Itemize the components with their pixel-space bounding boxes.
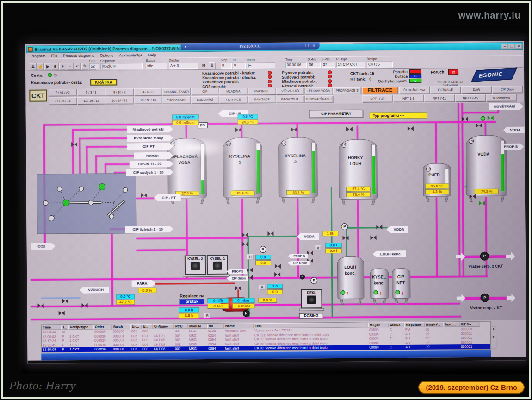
valve-icon[interactable]: [275, 264, 281, 269]
menu-item-file[interactable]: File: [49, 53, 60, 58]
valve-icon[interactable]: [470, 194, 476, 199]
pump-icon[interactable]: P: [243, 310, 250, 317]
setpoint-value[interactable]: 0.0 °C: [116, 294, 135, 299]
valve-icon[interactable]: [346, 127, 353, 132]
column-header[interactable]: No: [207, 324, 224, 329]
flow-arrow-cip-lich-ch-1-10[interactable]: CIP lichých 1 - 10: [125, 226, 173, 233]
actual-value[interactable]: 0.0: [267, 289, 283, 294]
column-header[interactable]: MsgClass: [404, 322, 425, 327]
tank-value[interactable]: 85.6 %: [231, 190, 255, 195]
valve-icon[interactable]: [59, 311, 65, 316]
toolbar-field-rtype[interactable]: 14 CIP CKT: [336, 62, 365, 68]
valve-icon[interactable]: [141, 193, 147, 198]
valve-icon[interactable]: [479, 201, 485, 206]
valve-icon[interactable]: [38, 304, 44, 309]
nav-propagace[interactable]: PROPAGACE: [162, 96, 190, 103]
actual-value[interactable]: -3 mbar: [233, 303, 255, 308]
setpoint-value[interactable]: 0.0 mS/cm: [172, 114, 199, 119]
pump-icon[interactable]: P: [480, 252, 489, 261]
actual-value[interactable]: 24.6 °C: [238, 119, 258, 125]
window-buttons[interactable]: ─❐✕: [502, 44, 522, 49]
valve-icon[interactable]: [376, 225, 382, 230]
toolbar-field-ono[interactable]: 36: [308, 62, 321, 68]
column-header[interactable]: Status: [389, 322, 404, 327]
valve-icon[interactable]: [235, 286, 241, 291]
nav-propagace-s[interactable]: PROPAGACE S: [333, 87, 361, 94]
nav-9-10-2[interactable]: 9 / 10 / 2: [105, 88, 133, 95]
column-header[interactable]: PCU: [174, 324, 188, 329]
valve-icon[interactable]: [267, 231, 273, 237]
nav-16-22-18[interactable]: 16 / 22 / 18: [134, 97, 162, 104]
nav-kvasnic-tanky[interactable]: KVASNIC. TANKY: [162, 88, 190, 95]
column-header[interactable]: U...: [142, 324, 153, 329]
nav-11-19-12[interactable]: 11 / 19 / 12: [77, 97, 105, 104]
nav-npt-12-15[interactable]: NPT 12-15: [455, 94, 485, 101]
valve-icon[interactable]: [408, 126, 414, 131]
valve-icon[interactable]: [242, 242, 248, 247]
setpoint-value[interactable]: 0 hl/h: [207, 298, 229, 303]
actual-value[interactable]: 0.0 %: [138, 288, 156, 293]
reset-button[interactable]: R: [315, 245, 321, 250]
flow-arrow-voda[interactable]: VODA: [297, 233, 319, 240]
column-header[interactable]: Un...: [130, 324, 142, 329]
valve-icon[interactable]: [235, 128, 241, 133]
pin-icon[interactable]: ▾: [185, 44, 186, 49]
nav-7-a1-a2[interactable]: 7 / A1 / A2: [49, 89, 76, 96]
column-header[interactable]: T...: [61, 325, 68, 330]
flow-arrow-p-ra[interactable]: PÁRA: [131, 280, 155, 287]
flow-arrow-prop-s[interactable]: PROP S: [501, 143, 524, 150]
nav-filtrace-active[interactable]: FILTRACE: [362, 87, 397, 94]
flow-arrow-cip-pt[interactable]: CIP - PT: [154, 194, 181, 201]
rdp-connection-bar[interactable]: ▾ 192.168.0.31 ─ ❐ ✕: [181, 42, 320, 50]
flow-arrow-cip-sud-ch-1-10[interactable]: CIP sudých 1 - 10: [126, 169, 173, 176]
pump-icon[interactable]: P: [260, 246, 266, 253]
tank-value[interactable]: 4.2 %: [425, 189, 449, 194]
nav--erp-n-piva[interactable]: ČERPÁNÍ PIVA: [399, 87, 429, 94]
nav-autocisterna[interactable]: Autocisterna: [486, 94, 516, 101]
valve-icon[interactable]: [62, 299, 68, 304]
column-header[interactable]: MsgID: [368, 322, 389, 327]
menu-item-options[interactable]: Options: [98, 53, 116, 57]
toolbar-button-6[interactable]: ↶: [74, 63, 81, 70]
flow-arrow-voda[interactable]: VODA: [386, 226, 408, 233]
nav-kvasnice[interactable]: KVASNICE: [248, 88, 276, 94]
tank-value[interactable]: 25.0 °C: [425, 183, 449, 188]
toolbar-button-4[interactable]: +: [59, 63, 66, 70]
column-header[interactable]: Name: [224, 323, 254, 328]
flow-arrow-louh-konc-[interactable]: LOUH konc.: [373, 250, 406, 258]
flow-arrow-cip-orion[interactable]: CIP Orion: [226, 275, 248, 281]
actual-value[interactable]: -1 hl/h: [208, 304, 229, 309]
reset-button[interactable]: R: [204, 313, 210, 318]
nav-mladina[interactable]: MLADINA: [219, 88, 247, 94]
setpoint-value[interactable]: 0.0: [255, 255, 271, 260]
actual-value[interactable]: 0.0 l: [325, 248, 342, 253]
kratka-badge[interactable]: KRÁTKÁ: [90, 79, 117, 85]
nav-4-6-8[interactable]: 4 / 6 / 8: [134, 88, 162, 95]
toolbar-field-step[interactable]: 0: [221, 62, 232, 69]
actual-value[interactable]: 47.2 °C: [116, 300, 135, 305]
column-header[interactable]: Text_...: [443, 322, 460, 327]
setpoint-value[interactable]: 0.0 °C: [238, 114, 258, 119]
actual-value[interactable]: 8.8 h: [179, 313, 199, 318]
toolbar-field-bno[interactable]: 37: [322, 62, 335, 68]
tank-value[interactable]: 74.3 %: [475, 189, 499, 194]
maximize-button[interactable]: ❐: [509, 44, 515, 49]
flow-arrow-prop-s[interactable]: PROP S: [288, 254, 308, 259]
toolbar-field-time[interactable]: 00.00.06: [285, 62, 307, 68]
actual-value[interactable]: 0.0 %: [258, 298, 277, 303]
tank-value[interactable]: 78.4 %: [346, 192, 371, 197]
valve-icon[interactable]: [476, 123, 482, 128]
flow-arrow-odv-tr-n-[interactable]: ODVĚTRÁNÍ: [489, 103, 524, 110]
nav-v-iv-k-[interactable]: VÍŘIVÁ KÁĎ: [276, 88, 304, 94]
regulace-value[interactable]: průtok: [179, 299, 204, 304]
nav-5-3-1[interactable]: 5 / 3 / 1: [77, 89, 105, 96]
nav-npt-cip[interactable]: NPT - CIP: [362, 95, 392, 102]
toolbar-field-name[interactable]: |--: [247, 62, 275, 68]
toolbar-button-0[interactable]: ⇊: [30, 63, 37, 70]
flow-arrow-cip-pt[interactable]: CIP PT: [127, 143, 173, 150]
column-header[interactable]: Recipetype: [68, 325, 93, 330]
nav-filtrace[interactable]: FILTRACE: [219, 96, 247, 103]
toolbar-field-status[interactable]: Idle: [146, 63, 167, 69]
toolbar-button-1[interactable]: ☝: [37, 63, 44, 70]
cip-parametry-button[interactable]: CIP PARAMETRY: [309, 110, 363, 118]
